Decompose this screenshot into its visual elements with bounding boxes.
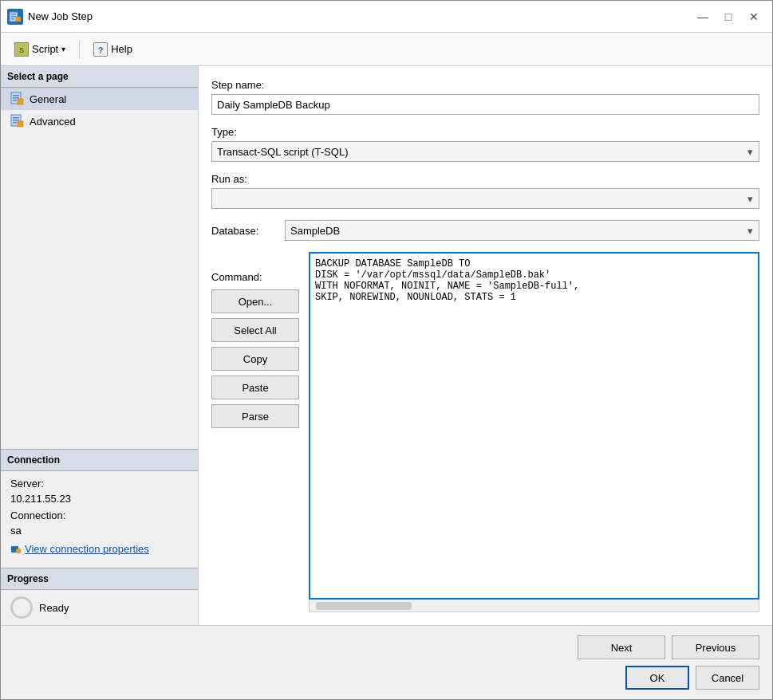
connection-header: Connection bbox=[1, 449, 198, 471]
run-as-select[interactable] bbox=[211, 188, 759, 209]
maximize-button[interactable]: □ bbox=[716, 6, 740, 28]
previous-button[interactable]: Previous bbox=[672, 635, 759, 659]
action-buttons: Command: Open... Select All Copy Paste P… bbox=[211, 252, 299, 612]
svg-rect-2 bbox=[11, 16, 16, 18]
title-bar: New Job Step — □ ✕ bbox=[1, 1, 772, 33]
run-as-group: Run as: bbox=[211, 173, 759, 209]
footer-row-actions: OK Cancel bbox=[14, 666, 759, 690]
h-scroll-thumb[interactable] bbox=[316, 602, 412, 610]
view-connection-label: View connection properties bbox=[25, 543, 149, 555]
progress-header: Progress bbox=[1, 568, 198, 590]
database-row: Database: SampleDB bbox=[211, 220, 759, 241]
cancel-button[interactable]: Cancel bbox=[696, 666, 759, 690]
type-select-wrapper: Transact-SQL script (T-SQL) bbox=[211, 141, 759, 162]
script-label: Script bbox=[32, 43, 58, 55]
main-layout: Select a page General bbox=[1, 66, 772, 625]
progress-status: Ready bbox=[39, 602, 69, 614]
open-button[interactable]: Open... bbox=[211, 289, 299, 313]
window-controls: — □ ✕ bbox=[691, 6, 766, 28]
connection-content: Server: 10.211.55.23 Connection: sa bbox=[1, 471, 198, 561]
script-button[interactable]: S Script ▾ bbox=[7, 38, 73, 61]
close-button[interactable]: ✕ bbox=[742, 6, 766, 28]
server-value-row: 10.211.55.23 bbox=[10, 493, 188, 505]
command-label: Command: bbox=[211, 271, 299, 283]
script-dropdown-icon: ▾ bbox=[61, 45, 65, 53]
toolbar-separator bbox=[79, 40, 80, 59]
view-conn-row: View connection properties bbox=[10, 543, 188, 555]
svg-rect-8 bbox=[13, 100, 17, 101]
connection-label2: Connection: bbox=[10, 509, 65, 521]
svg-rect-9 bbox=[18, 99, 23, 104]
database-select[interactable]: SampleDB bbox=[285, 220, 759, 241]
progress-content: Ready bbox=[1, 590, 198, 625]
svg-rect-7 bbox=[13, 97, 19, 99]
next-button[interactable]: Next bbox=[578, 635, 665, 659]
parse-button[interactable]: Parse bbox=[211, 404, 299, 428]
sidebar-item-advanced-label: Advanced bbox=[30, 116, 76, 128]
svg-point-16 bbox=[16, 549, 21, 553]
toolbar: S Script ▾ ? Help bbox=[1, 33, 772, 66]
svg-rect-11 bbox=[13, 117, 19, 119]
server-label: Server: bbox=[10, 478, 44, 490]
footer: Next Previous OK Cancel bbox=[1, 625, 772, 699]
step-name-input[interactable] bbox=[211, 94, 759, 115]
svg-rect-12 bbox=[13, 120, 19, 121]
minimize-button[interactable]: — bbox=[691, 6, 715, 28]
command-textarea-wrapper: BACKUP DATABASE SampleDB TO DISK = '/var… bbox=[309, 252, 759, 612]
help-button[interactable]: ? Help bbox=[86, 38, 140, 61]
help-label: Help bbox=[111, 43, 132, 55]
svg-rect-13 bbox=[13, 122, 17, 124]
command-textarea[interactable]: BACKUP DATABASE SampleDB TO DISK = '/var… bbox=[309, 252, 759, 600]
connection-value: sa bbox=[10, 525, 22, 537]
main-window: New Job Step — □ ✕ S Script ▾ ? Help Sel… bbox=[0, 0, 773, 700]
connection-label2-row: Connection: bbox=[10, 509, 188, 521]
general-icon bbox=[10, 92, 25, 106]
script-icon: S bbox=[14, 42, 29, 57]
step-name-label: Step name: bbox=[211, 79, 759, 91]
sidebar-item-general[interactable]: General bbox=[1, 88, 198, 110]
db-command-area: Database: SampleDB Command: Open... bbox=[211, 220, 759, 612]
paste-button[interactable]: Paste bbox=[211, 376, 299, 399]
run-as-select-wrapper bbox=[211, 188, 759, 209]
view-connection-link[interactable]: View connection properties bbox=[10, 543, 188, 555]
server-label-row: Server: bbox=[10, 478, 188, 490]
connection-link-icon bbox=[10, 544, 22, 555]
type-group: Type: Transact-SQL script (T-SQL) bbox=[211, 126, 759, 162]
svg-rect-6 bbox=[13, 95, 19, 96]
type-label: Type: bbox=[211, 126, 759, 138]
command-area: Command: Open... Select All Copy Paste P… bbox=[211, 252, 759, 612]
ok-button[interactable]: OK bbox=[625, 666, 689, 690]
help-icon: ? bbox=[93, 42, 108, 57]
copy-button[interactable]: Copy bbox=[211, 347, 299, 371]
run-as-label: Run as: bbox=[211, 173, 759, 185]
server-value: 10.211.55.23 bbox=[10, 493, 71, 505]
svg-rect-3 bbox=[11, 18, 14, 20]
sidebar: Select a page General bbox=[1, 66, 199, 625]
sidebar-item-general-label: General bbox=[30, 93, 66, 105]
footer-row-nav: Next Previous bbox=[14, 635, 759, 659]
right-form-area: Database: SampleDB Command: Open... bbox=[211, 220, 759, 612]
content-area: Step name: Type: Transact-SQL script (T-… bbox=[199, 66, 772, 625]
select-all-button[interactable]: Select All bbox=[211, 318, 299, 342]
horizontal-scrollbar[interactable] bbox=[309, 600, 759, 612]
connection-value-row: sa bbox=[10, 525, 188, 537]
type-select[interactable]: Transact-SQL script (T-SQL) bbox=[211, 141, 759, 162]
svg-rect-1 bbox=[11, 14, 16, 15]
database-select-wrapper: SampleDB bbox=[285, 220, 759, 241]
step-name-group: Step name: bbox=[211, 79, 759, 115]
progress-spinner bbox=[10, 596, 33, 619]
window-title: New Job Step bbox=[28, 10, 691, 22]
svg-rect-4 bbox=[16, 17, 21, 22]
app-icon bbox=[7, 9, 23, 25]
select-page-header: Select a page bbox=[1, 66, 198, 88]
sidebar-item-advanced[interactable]: Advanced bbox=[1, 110, 198, 132]
database-label: Database: bbox=[211, 225, 275, 237]
svg-rect-14 bbox=[18, 121, 23, 127]
advanced-icon bbox=[10, 114, 25, 128]
